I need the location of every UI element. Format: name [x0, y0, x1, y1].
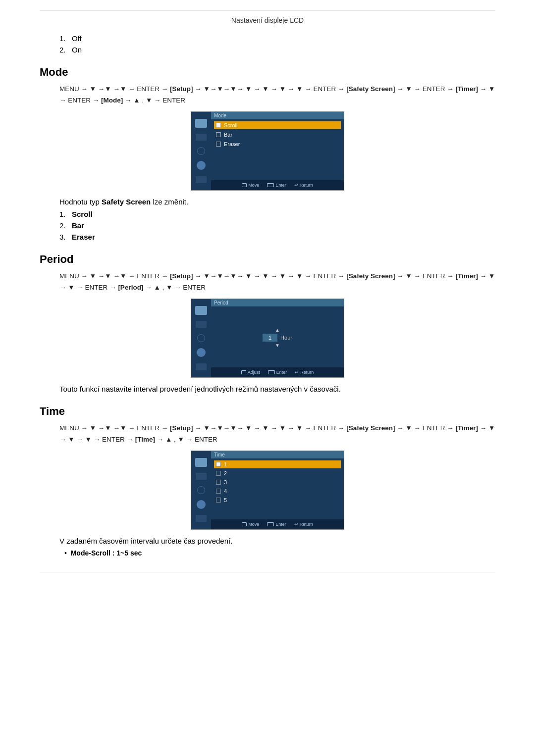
sidebar-icon-4 — [197, 161, 206, 170]
mode-nav-path: MENU → ▼ →▼ →▼ → ENTER → [Setup] → ▼→▼→▼… — [59, 84, 495, 106]
screen-sidebar-time — [191, 451, 211, 529]
enter-key-icon — [267, 183, 274, 187]
period-screen-title: Period — [211, 299, 344, 306]
period-description: Touto funkcí nastavíte interval proveden… — [59, 385, 495, 393]
sidebar-icon-p1 — [195, 306, 207, 315]
footer-move: Move — [242, 183, 259, 188]
move-key-icon — [242, 183, 247, 187]
time-cb-2 — [216, 471, 221, 476]
time-menu-3: 3 — [214, 478, 341, 486]
mode-screen-footer: Move Enter ↩ Return — [211, 180, 344, 190]
sidebar-icon-5 — [196, 176, 207, 183]
period-screen-footer: Adjust Enter ↩ Return — [211, 367, 344, 377]
time-menu-2: 2 — [214, 469, 341, 477]
screen-content-period: Period ▲ 1 Hour ▼ — [211, 299, 344, 367]
sidebar-icon-p2 — [196, 321, 207, 328]
time-bullet-item: • Mode-Scroll : 1~5 sec — [64, 549, 495, 557]
time-nav-path: MENU → ▼ →▼ →▼ → ENTER → [Setup] → ▼→▼→▼… — [59, 423, 495, 446]
sidebar-icon-3 — [197, 147, 205, 155]
footer-return-p: ↩ Return — [295, 370, 314, 375]
time-bullet-text: Mode-Scroll : 1~5 sec — [71, 549, 142, 557]
sidebar-icon-t3 — [197, 486, 205, 494]
sidebar-icon-t5 — [196, 515, 207, 522]
time-cb-1 — [216, 462, 221, 467]
time-heading: Time — [40, 405, 495, 418]
screen-content-time: Time 1 2 3 4 5 — [211, 451, 344, 519]
sidebar-icon-p3 — [197, 334, 205, 342]
mode-description: Hodnotu typ Safety Screen lze změnit. — [59, 198, 495, 206]
footer-return-t: ↩ Return — [294, 522, 313, 527]
period-value-box: 1 Hour — [263, 334, 292, 342]
list-item-on: 2. On — [59, 46, 495, 54]
adjust-key-icon — [241, 370, 246, 374]
mode-menu-bar: Bar — [214, 131, 341, 139]
time-menu-1: 1 — [214, 460, 341, 468]
screen-sidebar-period — [191, 299, 211, 377]
scroll-checkbox — [216, 123, 221, 128]
period-screen: Period ▲ 1 Hour ▼ Adjust Enter — [191, 299, 344, 378]
mode-menu-scroll: Scroll — [214, 121, 341, 129]
enter-key-icon-p — [268, 370, 275, 374]
list-item-off: 1. Off — [59, 34, 495, 43]
sidebar-icon-1 — [195, 119, 207, 128]
page-container: Nastavení displeje LCD 1. Off 2. On Mode… — [0, 0, 535, 592]
mode-heading: Mode — [40, 66, 495, 79]
period-nav-path: MENU → ▼ →▼ →▼ → ENTER → [Setup] → ▼→▼→▼… — [59, 271, 495, 294]
eraser-checkbox — [216, 142, 221, 147]
period-down-arrow: ▼ — [275, 343, 280, 348]
period-unit: Hour — [280, 335, 292, 341]
page-title: Nastavení displeje LCD — [40, 10, 495, 24]
screen-content-mode: Mode Scroll Bar Eraser — [211, 112, 344, 180]
time-screen-title: Time — [211, 451, 344, 458]
time-cb-4 — [216, 489, 221, 494]
time-screen: Time 1 2 3 4 5 — [191, 451, 344, 530]
period-heading: Period — [40, 253, 495, 266]
mode-list-scroll: 1. Scroll — [59, 210, 495, 218]
move-key-icon-t — [242, 522, 247, 526]
footer-enter: Enter — [267, 183, 286, 188]
time-menu-4: 4 — [214, 487, 341, 495]
footer-return: ↩ Return — [294, 183, 313, 188]
time-cb-3 — [216, 480, 221, 485]
time-cb-5 — [216, 498, 221, 503]
footer-adjust: Adjust — [241, 370, 260, 375]
time-menu-5: 5 — [214, 496, 341, 504]
footer-enter-p: Enter — [268, 370, 287, 375]
mode-list-eraser: 3. Eraser — [59, 233, 495, 241]
bottom-border — [40, 572, 495, 572]
sidebar-icon-t2 — [196, 473, 207, 480]
sidebar-icon-2 — [196, 134, 207, 141]
sidebar-icon-t4 — [197, 500, 206, 509]
time-description: V zadaném časovém intervalu určete čas p… — [59, 537, 495, 545]
bar-checkbox — [216, 132, 221, 137]
mode-menu-eraser: Eraser — [214, 140, 341, 148]
mode-list-bar: 2. Bar — [59, 221, 495, 230]
sidebar-icon-p5 — [196, 363, 207, 370]
sidebar-icon-p4 — [197, 348, 206, 357]
sidebar-icon-t1 — [195, 458, 207, 467]
period-value: 1 — [263, 334, 277, 342]
screen-sidebar-mode — [191, 112, 211, 190]
footer-enter-t: Enter — [267, 522, 286, 527]
time-screen-footer: Move Enter ↩ Return — [211, 519, 344, 529]
period-controls: ▲ 1 Hour ▼ — [263, 327, 292, 348]
mode-screen: Mode Scroll Bar Eraser Move Enter — [191, 111, 344, 191]
enter-key-icon-t — [267, 522, 274, 526]
mode-screen-title: Mode — [211, 112, 344, 119]
footer-move-t: Move — [242, 522, 259, 527]
period-controls-container: ▲ 1 Hour ▼ — [211, 308, 344, 367]
period-up-arrow: ▲ — [275, 327, 280, 333]
